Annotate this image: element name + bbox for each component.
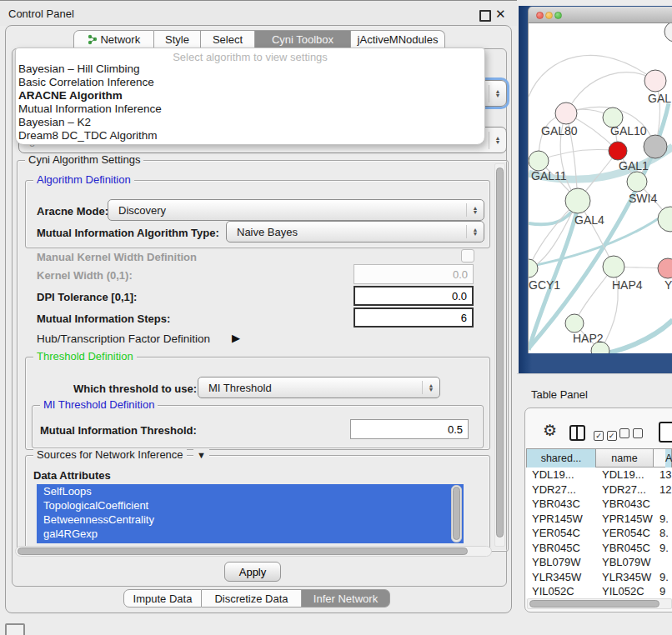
dropdown-item[interactable]: Bayesian – Hill Climbing (16, 62, 484, 76)
mi-algorithm-type-combobox[interactable]: Naive Bayes ▲▼ (226, 221, 484, 242)
function-builder-icon[interactable] (659, 422, 672, 442)
tab-discretize-data[interactable]: Discretize Data (202, 589, 302, 608)
tab-infer-network[interactable]: Infer Network (302, 589, 390, 608)
tab-network[interactable]: Network (73, 30, 154, 48)
minimized-panel-icon[interactable] (5, 623, 25, 635)
control-panel-titlebar: Control Panel ✕ (0, 0, 517, 26)
tab-label: Cyni Toolbox (272, 33, 333, 46)
table-row[interactable]: YIL052C YIL052C 9 (526, 584, 672, 598)
node-label: GAL1 (619, 159, 649, 172)
app-screen: Control Panel ✕ Network Style Select Cyn… (0, 0, 672, 635)
manual-kernel-width-checkbox[interactable] (461, 249, 474, 262)
attribute-item-selected[interactable]: BetweennessCentrality (37, 512, 464, 527)
tab-label: Select (213, 33, 243, 46)
table-row[interactable]: YER054C YER054C 8. (526, 526, 672, 541)
float-panel-icon[interactable] (479, 10, 491, 22)
network-window-titlebar[interactable] (528, 7, 672, 23)
table-hscrollbar-thumb[interactable] (529, 600, 659, 608)
close-panel-icon[interactable]: ✕ (495, 7, 506, 22)
cyni-settings-group-title: Cyni Algorithm Settings (25, 154, 143, 166)
network-node-gal4[interactable] (565, 188, 590, 213)
hub-expand-icon[interactable]: ▶ (232, 332, 240, 344)
attribute-item-selected[interactable]: gal4RGexp (37, 527, 464, 541)
network-node-gal1-selected[interactable] (609, 142, 627, 160)
mi-threshold-input[interactable] (350, 419, 469, 439)
aracne-mode-combobox[interactable]: Discovery ▲▼ (108, 199, 484, 221)
network-canvas[interactable]: GAL GAL80 GAL10 GAL1 GAL11 SWI4 GAL4 GCY… (528, 23, 672, 353)
network-node[interactable] (658, 207, 672, 232)
network-node-gcy1[interactable] (529, 259, 538, 278)
network-node[interactable] (644, 135, 667, 158)
table-row[interactable]: YDR27... YDR27... 12 (526, 482, 672, 498)
column-header-name[interactable]: name (596, 448, 654, 468)
table-row[interactable]: YPR145W YPR145W 9. (526, 512, 672, 527)
table-row[interactable]: YBR045C YBR045C 9. (526, 541, 672, 556)
sources-collapse-icon[interactable]: ▼ (193, 449, 209, 461)
network-node-gal80[interactable] (555, 102, 577, 124)
combo-stepper-icon: ▲▼ (466, 203, 484, 218)
network-node-hap2[interactable] (565, 314, 584, 332)
tab-impute-data[interactable]: Impute Data (123, 589, 202, 608)
dropdown-item[interactable]: Basic Correlation Inference (16, 76, 484, 89)
tab-label: jActiveMNodules (358, 33, 439, 46)
tab-cyni-toolbox[interactable]: Cyni Toolbox (255, 30, 351, 48)
column-header-shared-name[interactable]: shared... (526, 448, 596, 468)
table-row[interactable]: YBR043C YBR043C (526, 497, 672, 512)
data-attributes-list: SelfLoops TopologicalCoefficient Between… (37, 484, 464, 543)
combo-stepper-icon: ▲▼ (489, 132, 506, 149)
table-row[interactable]: YLR345W YLR345W 9. (526, 570, 672, 585)
node-label: HAP4 (612, 278, 643, 292)
mi-algorithm-type-value: Naive Bayes (227, 226, 466, 238)
network-graph (529, 23, 672, 353)
network-node[interactable] (644, 70, 666, 92)
node-label: Y (664, 278, 672, 292)
which-threshold-label: Which threshold to use: (73, 382, 197, 395)
apply-button[interactable]: Apply (224, 562, 281, 582)
network-node[interactable] (658, 258, 672, 278)
dpi-tolerance-input[interactable] (354, 286, 474, 306)
dropdown-item[interactable]: Bayesian – K2 (16, 116, 484, 129)
which-threshold-value: MI Threshold (198, 382, 422, 394)
which-threshold-combobox[interactable]: MI Threshold ▲▼ (198, 377, 440, 398)
window-close-icon[interactable] (536, 12, 544, 19)
table-row[interactable]: YDL19... YDL19... 13 (526, 468, 672, 482)
hub-definition-label[interactable]: Hub/Transcription Factor Definition (37, 332, 210, 345)
deselect-all-icon[interactable] (619, 428, 643, 441)
node-label: GAL (648, 92, 671, 105)
dropdown-placeholder: Select algorithm to view settings (16, 48, 484, 62)
threshold-definition-title: Threshold Definition (33, 351, 137, 362)
settings-gear-icon[interactable]: ⚙ (543, 422, 557, 438)
attribute-item-selected[interactable]: TopologicalCoefficient (37, 498, 464, 512)
tab-style[interactable]: Style (154, 30, 201, 48)
table-rows: YDL19... YDL19... 13 YDR27... YDR27... 1… (526, 468, 672, 598)
dropdown-item-selected[interactable]: ARACNE Algorithm (16, 89, 484, 102)
tab-jactivemnodules[interactable]: jActiveMNodules (351, 30, 445, 48)
tab-label: Discretize Data (214, 592, 288, 605)
combo-stepper-icon: ▲▼ (466, 225, 484, 239)
data-attributes-label: Data Attributes (33, 469, 111, 482)
tab-select[interactable]: Select (201, 30, 255, 48)
table-row[interactable]: YBL079W YBL079W (526, 555, 672, 570)
column-view-icon[interactable] (569, 425, 585, 441)
select-all-icon[interactable]: ✓ ✓ (594, 428, 617, 441)
attributes-vscrollbar-thumb[interactable] (453, 487, 460, 540)
window-minimize-icon[interactable] (545, 12, 553, 19)
dropdown-item[interactable]: Dream8 DC_TDC Algorithm (16, 129, 484, 142)
network-node-gal11[interactable] (529, 151, 549, 171)
dropdown-item[interactable]: Mutual Information Inference (16, 102, 484, 116)
mi-steps-input[interactable] (354, 308, 474, 328)
network-node[interactable] (664, 23, 672, 42)
network-node-swi4[interactable] (627, 172, 647, 192)
network-node-hap4[interactable] (603, 256, 624, 278)
dpi-tolerance-label: DPI Tolerance [0,1]: (37, 291, 137, 303)
settings-vscrollbar-thumb[interactable] (496, 168, 504, 538)
network-window: GAL GAL80 GAL10 GAL1 GAL11 SWI4 GAL4 GCY… (528, 7, 672, 353)
window-zoom-icon[interactable] (554, 12, 562, 19)
column-header-partial[interactable]: A (654, 448, 672, 468)
kernel-width-input[interactable] (354, 264, 474, 284)
mi-threshold-group-title: MI Threshold Definition (40, 399, 158, 411)
settings-hscrollbar-thumb[interactable] (18, 548, 468, 555)
tab-label: Style (165, 33, 189, 46)
attribute-item-selected[interactable]: SelfLoops (37, 484, 464, 498)
node-label: GAL4 (574, 213, 604, 227)
